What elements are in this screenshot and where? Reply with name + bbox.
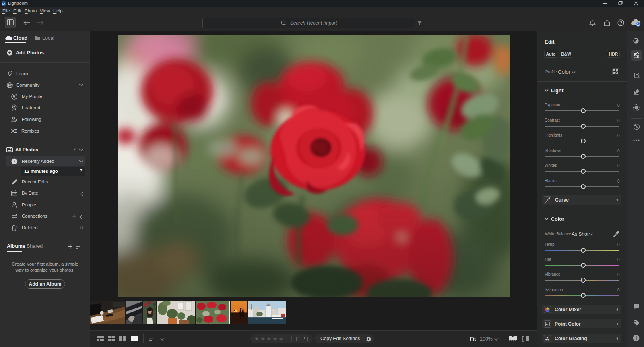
svg-text:Lr: Lr [2, 2, 5, 5]
